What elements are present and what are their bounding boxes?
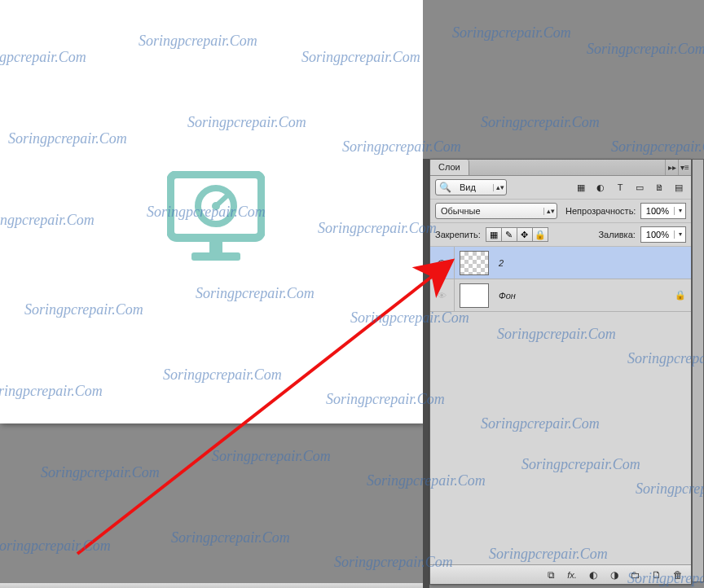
updown-icon: ▴▾	[543, 208, 557, 215]
lock-all-button[interactable]: 🔒	[532, 227, 548, 242]
svg-point-3	[212, 202, 220, 210]
layer-row[interactable]: 👁 Фон 🔒	[430, 279, 691, 312]
dropdown-icon: ▾	[674, 207, 685, 215]
opacity-value: 100%	[641, 206, 674, 216]
layers-panel: Слои ▸▸ ▾≡ 🔍 Вид ▴▾ ▦ ◐ T ▭ 🗎 ▤ Обычные …	[429, 159, 692, 585]
shape-icon[interactable]: ▭	[632, 180, 647, 195]
smartobject-icon[interactable]: 🗎	[652, 180, 667, 195]
layers-list: 👁 2 👁 Фон 🔒	[430, 247, 691, 564]
new-layer-icon[interactable]: 🗋	[650, 568, 663, 581]
blend-opacity-row: Обычные ▴▾ Непрозрачность: 100% ▾	[430, 200, 691, 223]
lock-fill-row: Закрепить: ▦ ✎ ✥ 🔒 Заливка: 100% ▾	[430, 223, 691, 247]
canvas-bottom-edge	[0, 583, 423, 588]
search-icon: 🔍	[436, 182, 455, 193]
filter-menu-icon[interactable]: ▤	[671, 180, 686, 195]
canvas[interactable]	[0, 0, 423, 423]
opacity-input[interactable]: 100% ▾	[640, 203, 686, 219]
adjustment-icon[interactable]: ◑	[608, 568, 621, 581]
lock-icon: 🔒	[670, 290, 691, 301]
layer-name[interactable]: 2	[494, 258, 670, 268]
panel-tabbar: Слои ▸▸ ▾≡	[430, 160, 691, 176]
layer-thumbnail[interactable]	[460, 251, 489, 275]
lock-label: Закрепить:	[435, 230, 481, 239]
lock-position-button[interactable]: ✥	[517, 227, 533, 242]
blend-mode-select[interactable]: Обычные ▴▾	[435, 203, 557, 219]
layers-empty-area[interactable]	[430, 312, 691, 564]
dropdown-icon: ▾	[674, 230, 685, 239]
trash-icon[interactable]: 🗑	[671, 568, 684, 581]
monitor-gauge-icon	[167, 171, 265, 265]
workspace	[0, 0, 423, 588]
fill-label: Заливка:	[598, 230, 635, 239]
layer-filter-row: 🔍 Вид ▴▾ ▦ ◐ T ▭ 🗎 ▤	[430, 176, 691, 200]
tab-layers[interactable]: Слои	[430, 160, 469, 175]
layer-thumbnail[interactable]	[460, 283, 489, 308]
layers-panel-footer: ⧉ fx. ◐ ◑ 🗀 🗋 🗑	[430, 564, 691, 584]
panel-menu-button[interactable]: ▾≡	[678, 160, 691, 175]
fill-value: 100%	[641, 230, 674, 239]
dock-strip	[692, 159, 704, 582]
layer-filter-select[interactable]: 🔍 Вид ▴▾	[435, 179, 507, 195]
visibility-toggle[interactable]: 👁	[430, 247, 455, 279]
panel-collapse-button[interactable]: ▸▸	[665, 160, 678, 175]
panel-gutter-top	[423, 0, 429, 159]
lock-transparency-button[interactable]: ▦	[486, 227, 502, 242]
adjustments-icon[interactable]: ◐	[593, 180, 608, 195]
mask-icon[interactable]: ◐	[587, 568, 600, 581]
lock-pixels-button[interactable]: ✎	[501, 227, 517, 242]
layer-filter-label: Вид	[455, 182, 493, 192]
svg-rect-4	[209, 239, 222, 252]
eye-icon: 👁	[438, 291, 447, 301]
fx-icon[interactable]: fx.	[565, 568, 579, 581]
text-icon[interactable]: T	[613, 180, 627, 195]
layer-row[interactable]: 👁 2	[430, 247, 691, 279]
lock-icons-group: ▦ ✎ ✥ 🔒	[486, 227, 548, 242]
eye-icon: 👁	[438, 258, 447, 268]
svg-rect-5	[191, 252, 240, 261]
image-filter-icon[interactable]: ▦	[574, 180, 588, 195]
blend-mode-label: Обычные	[436, 206, 543, 216]
visibility-toggle[interactable]: 👁	[430, 279, 455, 311]
link-icon[interactable]: ⧉	[544, 568, 557, 581]
layer-name[interactable]: Фон	[494, 291, 670, 301]
group-icon[interactable]: 🗀	[629, 568, 642, 581]
fill-input[interactable]: 100% ▾	[640, 226, 686, 243]
updown-icon: ▴▾	[493, 184, 506, 191]
opacity-label: Непрозрачность:	[565, 206, 636, 216]
